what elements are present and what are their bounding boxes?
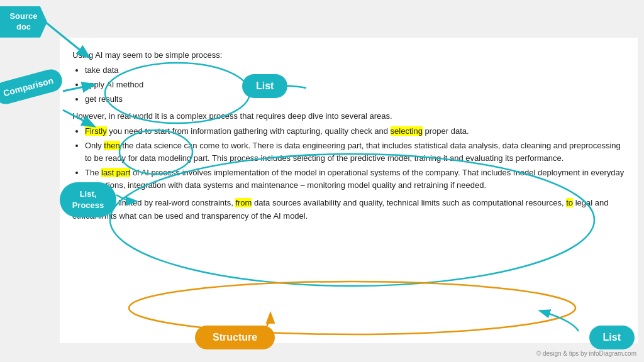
highlight-last-part: last part	[101, 168, 130, 177]
list-item: get results	[85, 93, 625, 106]
list-item: take data	[85, 64, 625, 77]
list-item-last: The last part of AI process involves imp…	[85, 167, 625, 192]
list-badge-2: List	[589, 326, 635, 349]
list-badge-1: List	[242, 74, 287, 98]
list-item: apply AI method	[85, 79, 625, 91]
source-doc-badge: Source doc	[0, 6, 47, 38]
highlight-from: from	[235, 198, 252, 207]
comparison-badge: Comparison	[0, 67, 65, 106]
complex-intro-line: However, in real world it is a complex p…	[72, 110, 625, 123]
intro-line: Using AI may seem to be simple process:	[72, 49, 625, 62]
highlight-then: then	[104, 141, 119, 150]
highlight-selecting: selecting	[391, 126, 423, 136]
list-process-badge: List,Process	[60, 182, 116, 217]
list-item-then: Only then the data science can come to w…	[85, 140, 625, 165]
main-content-area: Using AI may seem to be simple process: …	[60, 38, 638, 343]
list-item-firstly: Firstly you need to start from informati…	[85, 125, 625, 138]
highlight-firstly: Firstly	[85, 126, 107, 136]
structure-badge: Structure	[195, 326, 275, 349]
final-paragraph: All parts are limited by real-word const…	[72, 197, 625, 222]
highlight-to: to	[566, 198, 573, 207]
copyright-text: © design & tips by infoDiagram.com	[536, 350, 636, 357]
complex-bullet-list: Firstly you need to start from informati…	[85, 125, 625, 192]
simple-bullet-list: take data apply AI method get results	[85, 64, 625, 106]
